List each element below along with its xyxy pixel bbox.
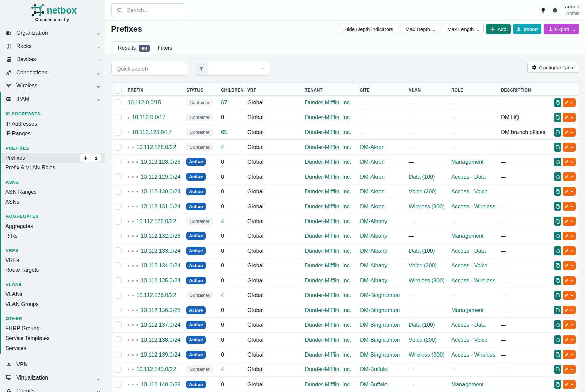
svg-text:10: 10 xyxy=(7,98,10,100)
